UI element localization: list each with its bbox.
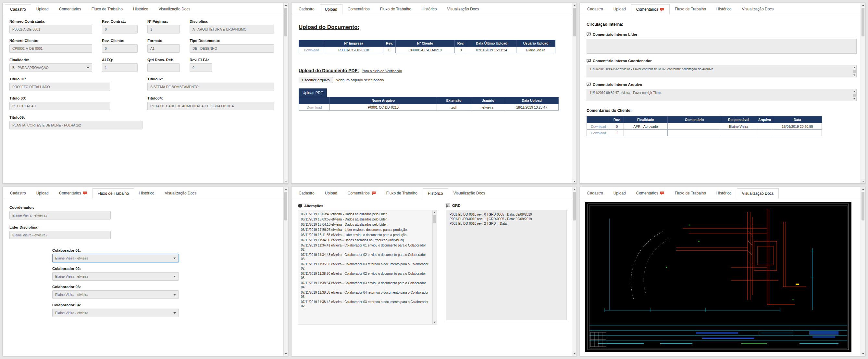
rev-contrat-input[interactable]: 0 <box>102 25 137 33</box>
tipo-documento-input[interactable]: DE - DESENHO <box>190 44 274 53</box>
scroll-down-icon[interactable] <box>572 179 577 184</box>
scrollbar[interactable] <box>852 65 856 77</box>
tab-upload[interactable]: Upload <box>608 4 631 14</box>
scroll-up-icon[interactable] <box>572 187 577 191</box>
scrollbar[interactable] <box>283 187 288 356</box>
tab-historico[interactable]: Histórico <box>134 188 160 198</box>
tab-visualizacao-docs[interactable]: Visualização Docs <box>737 4 779 14</box>
alteracoes-list[interactable]: 06/11/2019 16:03:49 efvieira - Dados atu… <box>298 210 437 325</box>
tab-cadastro[interactable]: Cadastro <box>5 188 31 198</box>
scrollbar[interactable] <box>283 3 288 184</box>
titulo-02-input[interactable]: SISTEMA DE BOMBEAMENTO <box>147 83 274 91</box>
formato-input[interactable]: A1 <box>147 44 180 53</box>
scroll-thumb[interactable] <box>862 8 864 36</box>
n-paginas-input[interactable]: 1 <box>147 25 180 33</box>
scroll-up-icon[interactable] <box>572 3 577 7</box>
comment-arquivo-textarea[interactable]: 11/11/2019 09:39:47 efvieira - Favor cor… <box>587 89 857 101</box>
tab-visualizacao-docs[interactable]: Visualização Docs <box>737 188 779 198</box>
scroll-thumb[interactable] <box>573 192 576 220</box>
numero-contratada-input[interactable]: P0002-A-DE-0001 <box>9 25 92 33</box>
comment-lider-textarea[interactable] <box>587 39 857 54</box>
scrollbar[interactable] <box>852 89 856 101</box>
tab-upload[interactable]: Upload <box>31 4 54 14</box>
colaborador-02-select[interactable]: Elaine Vieira - efvieira <box>52 272 179 281</box>
titulo-01-input[interactable]: PROJETO DETALHADO <box>9 83 110 91</box>
comment-coordenador-textarea[interactable]: 11/11/2019 09:47:32 efvieira - Favor con… <box>587 65 857 77</box>
tab-upload[interactable]: Upload <box>320 4 342 14</box>
scroll-down-icon[interactable] <box>284 179 288 184</box>
scroll-down-icon[interactable] <box>284 352 288 356</box>
scrollbar[interactable] <box>861 3 865 184</box>
download-link[interactable]: Download <box>591 125 606 129</box>
colaborador-01-select[interactable]: Elaine Vieira - efvieira <box>52 254 179 263</box>
scroll-up-icon[interactable] <box>284 187 288 191</box>
scroll-down-icon[interactable] <box>572 352 577 356</box>
disciplina-input[interactable]: A - ARQUITETURA E URBANISMO <box>190 25 274 33</box>
tab-upload[interactable]: Upload <box>320 188 342 198</box>
colaborador-03-select[interactable]: Elaine Vieira - efvieira <box>52 291 179 299</box>
tab-fluxo-de-trabalho[interactable]: Fluxo de Trabalho <box>93 188 134 198</box>
tab-comentarios[interactable]: Comentários <box>54 4 86 14</box>
tab-comentarios[interactable]: Comentários <box>342 188 381 198</box>
titulo-04-input[interactable]: ROTA DE CABO DE ALIMENTACAO E FIBRA OPTI… <box>147 102 274 110</box>
qtd-docs-ref-input[interactable] <box>147 63 180 72</box>
tab-visualizacao-docs[interactable]: Visualização Docs <box>448 188 491 198</box>
scroll-up-icon[interactable] <box>284 3 288 7</box>
tab-comentarios[interactable]: Comentários <box>342 4 375 14</box>
scroll-thumb[interactable] <box>284 8 287 36</box>
tab-cadastro[interactable]: Cadastro <box>293 188 320 198</box>
tab-fluxo-de-trabalho[interactable]: Fluxo de Trabalho <box>670 4 711 14</box>
scroll-thumb[interactable] <box>573 8 576 36</box>
tab-visualizacao-docs[interactable]: Visualização Docs <box>154 4 196 14</box>
upload-pdf-button[interactable]: Upload PDF <box>299 88 327 97</box>
tab-visualizacao-docs[interactable]: Visualização Docs <box>160 188 202 198</box>
tab-cadastro[interactable]: Cadastro <box>5 4 31 14</box>
scroll-thumb[interactable] <box>284 192 287 220</box>
download-link[interactable]: Download <box>304 48 319 52</box>
scroll-thumb[interactable] <box>862 192 864 220</box>
scrollbar[interactable] <box>432 211 437 324</box>
tab-historico[interactable]: Histórico <box>128 4 154 14</box>
scroll-up-icon[interactable] <box>852 89 856 93</box>
scroll-down-icon[interactable] <box>433 320 437 324</box>
tab-cadastro[interactable]: Cadastro <box>293 4 320 14</box>
scroll-up-icon[interactable] <box>852 65 856 70</box>
scroll-up-icon[interactable] <box>433 211 437 215</box>
scrollbar[interactable] <box>572 3 577 184</box>
tab-comentarios[interactable]: Comentários <box>631 4 670 14</box>
rev-cliente-input[interactable]: 0 <box>102 44 137 53</box>
finalidade-select[interactable]: B - PARA APROVAÇÃO. <box>9 63 92 72</box>
colaborador-04-select[interactable]: Elaine Vieira - efvieira <box>52 309 179 317</box>
tab-visualizacao-docs[interactable]: Visualização Docs <box>442 4 484 14</box>
tab-upload[interactable]: Upload <box>608 188 631 198</box>
tab-historico[interactable]: Histórico <box>423 188 448 198</box>
tab-cadastro[interactable]: Cadastro <box>582 188 608 198</box>
rev-elfa-input[interactable]: 0 <box>190 63 212 72</box>
a1eq-input[interactable]: 1 <box>102 63 137 72</box>
titulo-05-input[interactable]: PLANTA, CORTES E DETALHE - FOLHA 2/2 <box>9 121 143 130</box>
cad-drawing[interactable] <box>585 202 851 352</box>
tab-fluxo-de-trabalho[interactable]: Fluxo de Trabalho <box>375 4 416 14</box>
tab-historico[interactable]: Histórico <box>711 188 737 198</box>
scroll-down-icon[interactable] <box>852 96 856 101</box>
scroll-down-icon[interactable] <box>861 179 865 184</box>
tab-upload[interactable]: Upload <box>31 188 54 198</box>
tab-comentarios[interactable]: Comentários <box>54 188 93 198</box>
tab-fluxo-de-trabalho[interactable]: Fluxo de Trabalho <box>381 188 423 198</box>
choose-file-button[interactable]: Escolher arquivo <box>299 77 333 83</box>
download-link[interactable]: Download <box>591 131 606 135</box>
scroll-down-icon[interactable] <box>861 352 865 356</box>
numero-cliente-input[interactable]: CP0002-A-DE-0001 <box>9 44 92 53</box>
tab-historico[interactable]: Histórico <box>416 4 442 14</box>
scroll-up-icon[interactable] <box>861 187 865 191</box>
download-link[interactable]: Download <box>307 105 322 109</box>
tab-comentarios[interactable]: Comentários <box>631 188 670 198</box>
tab-fluxo-de-trabalho[interactable]: Fluxo de Trabalho <box>670 188 711 198</box>
scrollbar[interactable] <box>572 187 577 356</box>
scroll-up-icon[interactable] <box>861 3 865 7</box>
scroll-down-icon[interactable] <box>852 73 856 77</box>
tab-historico[interactable]: Histórico <box>711 4 737 14</box>
tab-fluxo-de-trabalho[interactable]: Fluxo de Trabalho <box>86 4 128 14</box>
scroll-thumb[interactable] <box>433 215 436 223</box>
titulo-03-input[interactable]: PELOTIZACAO <box>9 102 110 110</box>
